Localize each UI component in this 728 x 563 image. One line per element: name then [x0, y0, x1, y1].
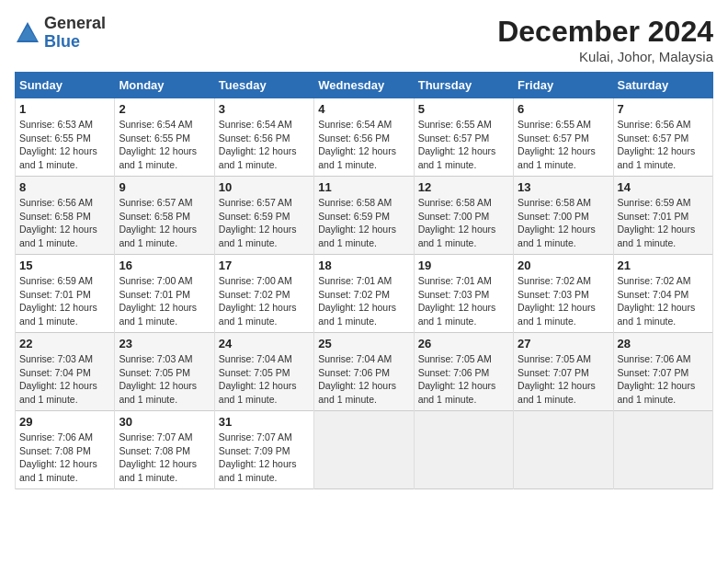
day-info: Sunrise: 6:57 AMSunset: 6:58 PMDaylight:…	[119, 197, 197, 248]
day-info: Sunrise: 7:05 AMSunset: 7:06 PMDaylight:…	[418, 353, 496, 405]
calendar-cell: 22Sunrise: 7:03 AMSunset: 7:04 PMDayligh…	[16, 333, 115, 411]
day-number: 1	[19, 102, 110, 116]
day-info: Sunrise: 7:04 AMSunset: 7:06 PMDaylight:…	[318, 353, 396, 405]
day-number: 2	[119, 102, 210, 116]
day-info: Sunrise: 7:03 AMSunset: 7:04 PMDaylight:…	[19, 353, 97, 405]
day-number: 20	[518, 259, 609, 272]
day-number: 9	[119, 180, 210, 194]
logo-general-text: General	[44, 14, 106, 32]
calendar-cell: 20Sunrise: 7:02 AMSunset: 7:03 PMDayligh…	[514, 255, 613, 333]
calendar-cell: 24Sunrise: 7:04 AMSunset: 7:05 PMDayligh…	[214, 333, 313, 411]
calendar-cell	[613, 411, 712, 489]
day-number: 25	[318, 337, 409, 350]
calendar-cell: 12Sunrise: 6:58 AMSunset: 7:00 PMDayligh…	[414, 177, 513, 255]
calendar-cell: 11Sunrise: 6:58 AMSunset: 6:59 PMDayligh…	[314, 177, 414, 255]
day-number: 27	[518, 337, 609, 350]
day-info: Sunrise: 6:55 AMSunset: 6:57 PMDaylight:…	[418, 119, 496, 170]
day-info: Sunrise: 6:55 AMSunset: 6:57 PMDaylight:…	[518, 119, 596, 170]
calendar-cell: 27Sunrise: 7:05 AMSunset: 7:07 PMDayligh…	[514, 333, 613, 411]
day-number: 11	[318, 180, 409, 194]
weekday-header-sunday: Sunday	[16, 73, 115, 98]
calendar-cell: 14Sunrise: 6:59 AMSunset: 7:01 PMDayligh…	[613, 177, 712, 255]
day-number: 14	[618, 180, 709, 194]
day-info: Sunrise: 6:57 AMSunset: 6:59 PMDaylight:…	[219, 197, 297, 248]
calendar-row-0: 1Sunrise: 6:53 AMSunset: 6:55 PMDaylight…	[16, 98, 713, 177]
calendar-cell: 7Sunrise: 6:56 AMSunset: 6:57 PMDaylight…	[613, 98, 712, 177]
calendar-cell: 13Sunrise: 6:58 AMSunset: 7:00 PMDayligh…	[514, 177, 613, 255]
day-info: Sunrise: 6:54 AMSunset: 6:56 PMDaylight:…	[318, 119, 396, 170]
calendar-cell: 16Sunrise: 7:00 AMSunset: 7:01 PMDayligh…	[115, 255, 214, 333]
day-info: Sunrise: 7:07 AMSunset: 7:09 PMDaylight:…	[219, 431, 297, 483]
day-number: 24	[219, 337, 310, 350]
day-info: Sunrise: 6:53 AMSunset: 6:55 PMDaylight:…	[19, 119, 97, 170]
day-info: Sunrise: 7:06 AMSunset: 7:07 PMDaylight:…	[618, 353, 696, 405]
page-header: General Blue December 2024 Kulai, Johor,…	[15, 15, 713, 64]
day-number: 13	[518, 180, 609, 194]
day-info: Sunrise: 6:54 AMSunset: 6:56 PMDaylight:…	[219, 119, 297, 170]
calendar-cell: 17Sunrise: 7:00 AMSunset: 7:02 PMDayligh…	[214, 255, 313, 333]
svg-marker-1	[18, 26, 37, 40]
day-number: 10	[219, 180, 310, 194]
calendar-cell: 15Sunrise: 6:59 AMSunset: 7:01 PMDayligh…	[16, 255, 115, 333]
day-info: Sunrise: 6:59 AMSunset: 7:01 PMDaylight:…	[19, 275, 97, 327]
calendar-table: SundayMondayTuesdayWednesdayThursdayFrid…	[15, 72, 713, 489]
day-number: 15	[19, 259, 110, 272]
day-number: 16	[119, 259, 210, 272]
day-number: 26	[418, 337, 509, 350]
calendar-cell	[414, 411, 513, 489]
day-number: 22	[19, 337, 110, 350]
day-number: 18	[318, 259, 409, 272]
calendar-cell: 8Sunrise: 6:56 AMSunset: 6:58 PMDaylight…	[16, 177, 115, 255]
month-title: December 2024	[497, 15, 713, 49]
day-number: 8	[19, 180, 110, 194]
calendar-cell: 21Sunrise: 7:02 AMSunset: 7:04 PMDayligh…	[613, 255, 712, 333]
day-number: 19	[418, 259, 509, 272]
calendar-cell: 26Sunrise: 7:05 AMSunset: 7:06 PMDayligh…	[414, 333, 513, 411]
day-number: 23	[119, 337, 210, 350]
calendar-cell: 4Sunrise: 6:54 AMSunset: 6:56 PMDaylight…	[314, 98, 414, 177]
day-info: Sunrise: 6:56 AMSunset: 6:57 PMDaylight:…	[618, 119, 696, 170]
weekday-header-tuesday: Tuesday	[214, 73, 313, 98]
calendar-cell: 28Sunrise: 7:06 AMSunset: 7:07 PMDayligh…	[613, 333, 712, 411]
day-number: 30	[119, 415, 210, 429]
weekday-header-thursday: Thursday	[414, 73, 513, 98]
day-number: 7	[618, 102, 709, 116]
day-number: 29	[19, 415, 110, 429]
logo-icon	[15, 20, 40, 46]
calendar-row-2: 15Sunrise: 6:59 AMSunset: 7:01 PMDayligh…	[16, 255, 713, 333]
day-info: Sunrise: 7:02 AMSunset: 7:04 PMDaylight:…	[618, 275, 696, 327]
day-number: 5	[418, 102, 509, 116]
day-info: Sunrise: 6:58 AMSunset: 7:00 PMDaylight:…	[518, 197, 596, 248]
weekday-header-wednesday: Wednesday	[314, 73, 414, 98]
day-info: Sunrise: 6:54 AMSunset: 6:55 PMDaylight:…	[119, 119, 197, 170]
calendar-cell: 29Sunrise: 7:06 AMSunset: 7:08 PMDayligh…	[16, 411, 115, 489]
calendar-cell: 1Sunrise: 6:53 AMSunset: 6:55 PMDaylight…	[16, 98, 115, 177]
day-info: Sunrise: 7:03 AMSunset: 7:05 PMDaylight:…	[119, 353, 197, 405]
day-info: Sunrise: 7:07 AMSunset: 7:08 PMDaylight:…	[119, 431, 197, 483]
calendar-cell: 31Sunrise: 7:07 AMSunset: 7:09 PMDayligh…	[214, 411, 313, 489]
calendar-cell: 19Sunrise: 7:01 AMSunset: 7:03 PMDayligh…	[414, 255, 513, 333]
day-info: Sunrise: 7:00 AMSunset: 7:02 PMDaylight:…	[219, 275, 297, 327]
calendar-row-1: 8Sunrise: 6:56 AMSunset: 6:58 PMDaylight…	[16, 177, 713, 255]
location: Kulai, Johor, Malaysia	[497, 49, 713, 64]
calendar-cell: 23Sunrise: 7:03 AMSunset: 7:05 PMDayligh…	[115, 333, 214, 411]
calendar-cell: 6Sunrise: 6:55 AMSunset: 6:57 PMDaylight…	[514, 98, 613, 177]
day-number: 28	[618, 337, 709, 350]
calendar-cell: 2Sunrise: 6:54 AMSunset: 6:55 PMDaylight…	[115, 98, 214, 177]
day-info: Sunrise: 7:02 AMSunset: 7:03 PMDaylight:…	[518, 275, 596, 327]
day-number: 6	[518, 102, 609, 116]
calendar-cell: 9Sunrise: 6:57 AMSunset: 6:58 PMDaylight…	[115, 177, 214, 255]
title-block: December 2024 Kulai, Johor, Malaysia	[497, 15, 713, 64]
weekday-header-saturday: Saturday	[613, 73, 712, 98]
day-info: Sunrise: 7:06 AMSunset: 7:08 PMDaylight:…	[19, 431, 97, 483]
calendar-row-3: 22Sunrise: 7:03 AMSunset: 7:04 PMDayligh…	[16, 333, 713, 411]
weekday-header-row: SundayMondayTuesdayWednesdayThursdayFrid…	[16, 73, 713, 98]
calendar-cell: 3Sunrise: 6:54 AMSunset: 6:56 PMDaylight…	[214, 98, 313, 177]
calendar-row-4: 29Sunrise: 7:06 AMSunset: 7:08 PMDayligh…	[16, 411, 713, 489]
day-info: Sunrise: 7:01 AMSunset: 7:02 PMDaylight:…	[318, 275, 396, 327]
day-info: Sunrise: 7:00 AMSunset: 7:01 PMDaylight:…	[119, 275, 197, 327]
day-number: 17	[219, 259, 310, 272]
day-info: Sunrise: 6:56 AMSunset: 6:58 PMDaylight:…	[19, 197, 97, 248]
calendar-cell: 30Sunrise: 7:07 AMSunset: 7:08 PMDayligh…	[115, 411, 214, 489]
day-number: 4	[318, 102, 409, 116]
